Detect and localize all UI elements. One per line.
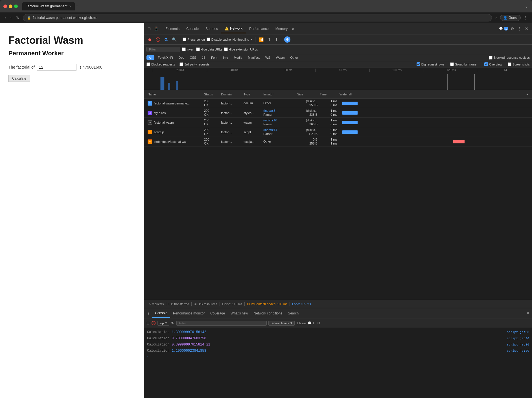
type-filter-css[interactable]: CSS: [188, 55, 199, 60]
back-button[interactable]: ‹: [3, 15, 7, 21]
third-party-checkbox[interactable]: [179, 62, 183, 66]
preserve-log-checkbox[interactable]: [183, 38, 186, 41]
context-selector[interactable]: top ▼: [157, 321, 169, 326]
disable-cache-label[interactable]: Disable cache: [207, 38, 231, 41]
th-type[interactable]: Type: [242, 93, 262, 96]
tab-network[interactable]: ⚠️ Network: [221, 24, 246, 33]
filter-icon[interactable]: ⚗: [163, 37, 169, 42]
wifi-icon[interactable]: 📶: [258, 37, 265, 42]
console-clear-icon[interactable]: 🚫: [151, 321, 156, 325]
tab-sources[interactable]: Sources: [202, 25, 221, 33]
type-filter-font[interactable]: Font: [209, 55, 220, 60]
blocked-response-cookies-label[interactable]: Blocked response cookies: [489, 56, 530, 60]
inspect-icon[interactable]: ⊡: [146, 25, 152, 32]
console-tab-console[interactable]: Console: [152, 309, 170, 318]
th-domain[interactable]: Domain: [220, 93, 242, 96]
tab-close-icon[interactable]: ✕: [69, 5, 71, 8]
hide-data-urls-checkbox[interactable]: [196, 47, 200, 51]
close-button[interactable]: [3, 5, 7, 8]
zoom-button[interactable]: ⌕: [494, 15, 498, 20]
console-settings-icon[interactable]: ⚙: [317, 321, 321, 325]
issues-count-badge[interactable]: 1 Issue 💬 1: [296, 321, 314, 325]
th-time[interactable]: Time: [319, 93, 338, 96]
network-settings-icon[interactable]: ⚙: [284, 36, 290, 43]
blocked-cookies-checkbox[interactable]: [489, 56, 492, 60]
hide-extension-urls-label[interactable]: Hide extension URLs: [224, 47, 258, 51]
console-menu-icon[interactable]: ⋮: [146, 311, 150, 316]
issues-indicator[interactable]: 💬 1: [499, 27, 508, 30]
th-size[interactable]: Size: [296, 93, 319, 96]
forward-button[interactable]: ›: [9, 15, 13, 21]
type-filter-js[interactable]: JS: [200, 55, 208, 60]
invert-label[interactable]: Invert: [182, 47, 194, 51]
table-row[interactable]: ⬡ style.css 200 OK factori... styles... …: [144, 108, 532, 118]
type-filter-doc[interactable]: Doc: [176, 55, 187, 60]
table-row[interactable]: W factorial.wasm 200 OK factori... wasm …: [144, 118, 532, 127]
url-bar[interactable]: 🔒 factorial-wasm-permanent-worker.glitch…: [23, 14, 492, 21]
console-filter-input[interactable]: [176, 321, 267, 326]
group-by-frame-label[interactable]: Group by frame: [450, 62, 476, 66]
more-button[interactable]: ⋮: [522, 15, 529, 21]
tab-memory[interactable]: Memory: [272, 25, 291, 33]
overview-label[interactable]: Overview: [484, 62, 502, 66]
console-tab-whats-new[interactable]: What's new: [228, 309, 251, 318]
filter-input[interactable]: [146, 47, 180, 52]
screenshots-checkbox[interactable]: [508, 62, 511, 66]
new-tab-button[interactable]: +: [76, 4, 78, 9]
device-icon[interactable]: 📱: [153, 25, 160, 32]
tab-console[interactable]: Console: [183, 25, 202, 33]
console-close-icon[interactable]: ✕: [526, 310, 530, 316]
invert-checkbox[interactable]: [182, 47, 186, 51]
throttling-selector[interactable]: No throttling ▼: [233, 38, 253, 41]
devtools-more-icon[interactable]: ⋮: [516, 25, 523, 32]
record-button[interactable]: ⏺: [146, 37, 153, 42]
type-filter-all[interactable]: All: [146, 55, 154, 60]
eye-icon[interactable]: 👁: [171, 321, 175, 325]
type-filter-media[interactable]: Media: [231, 55, 244, 60]
factorial-input[interactable]: [37, 64, 76, 71]
th-waterfall[interactable]: Waterfall ▲: [338, 93, 530, 96]
screenshots-label[interactable]: Screenshots: [508, 62, 530, 66]
type-filter-fetchxhr[interactable]: Fetch/XHR: [156, 55, 175, 60]
th-status[interactable]: Status: [203, 93, 220, 96]
blocked-requests-checkbox[interactable]: [146, 62, 150, 66]
tab-performance[interactable]: Performance: [246, 25, 272, 33]
hide-data-urls-label[interactable]: Hide data URLs: [196, 47, 223, 51]
type-filter-wasm[interactable]: Wasm: [274, 55, 287, 60]
table-row[interactable]: ≡ factorial-wasm-permane... 200 OK facto…: [144, 99, 532, 108]
third-party-requests-label[interactable]: 3rd-party requests: [179, 62, 209, 66]
console-tab-network-conditions[interactable]: Network conditions: [251, 309, 285, 318]
overview-checkbox[interactable]: [484, 62, 488, 66]
upload-icon[interactable]: ⬆: [266, 37, 272, 42]
type-filter-manifest[interactable]: Manifest: [246, 55, 262, 60]
preserve-log-label[interactable]: Preserve log: [183, 38, 205, 41]
blocked-requests-label[interactable]: Blocked requests: [146, 62, 175, 66]
console-sidebar-icon[interactable]: ⊡: [146, 321, 150, 325]
settings-icon[interactable]: ⚙: [509, 25, 515, 32]
active-tab[interactable]: Factorial Wasm (permanent ✕: [22, 2, 75, 10]
type-filter-other[interactable]: Other: [288, 55, 300, 60]
default-levels-button[interactable]: Default levels ▼: [268, 321, 295, 326]
tab-elements[interactable]: Elements: [162, 25, 183, 33]
clear-button[interactable]: 🚫: [154, 37, 161, 42]
reload-button[interactable]: ↻: [15, 15, 21, 21]
type-filter-img[interactable]: Img: [221, 55, 230, 60]
maximize-button[interactable]: [14, 5, 18, 8]
table-row[interactable]: ‹› script.js 200 OK factori... script (i…: [144, 127, 532, 137]
calculate-button[interactable]: Calculate: [8, 75, 30, 82]
console-tab-search[interactable]: Search: [285, 309, 301, 318]
search-icon[interactable]: 🔍: [171, 37, 178, 42]
network-table[interactable]: ≡ factorial-wasm-permane... 200 OK facto…: [144, 99, 532, 300]
th-initiator[interactable]: Initiator: [262, 93, 296, 96]
disable-cache-checkbox[interactable]: [207, 38, 210, 41]
chevron-down-icon[interactable]: ⌄: [524, 3, 529, 9]
minimize-button[interactable]: [9, 5, 12, 8]
type-filter-ws[interactable]: WS: [263, 55, 273, 60]
hide-extension-urls-checkbox[interactable]: [224, 47, 228, 51]
devtools-close-icon[interactable]: ✕: [524, 25, 530, 32]
group-by-frame-checkbox[interactable]: [450, 62, 454, 66]
guest-button[interactable]: 👤 Guest: [500, 15, 521, 21]
th-name[interactable]: Name: [146, 93, 203, 96]
more-tabs-icon[interactable]: »: [291, 26, 295, 32]
big-request-rows-label[interactable]: Big request rows: [417, 62, 445, 66]
